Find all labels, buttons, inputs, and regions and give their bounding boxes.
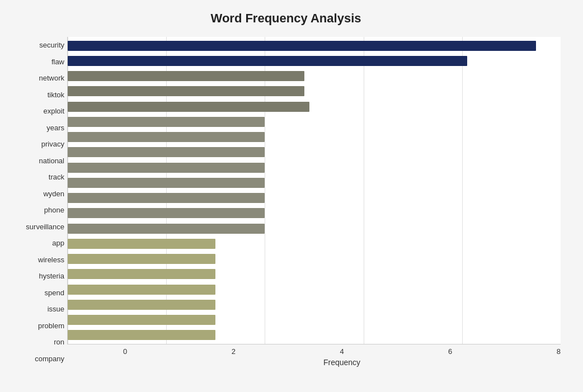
bar	[68, 56, 467, 66]
bar-row	[68, 146, 561, 158]
bar-row	[68, 70, 561, 82]
y-label: privacy	[11, 136, 64, 152]
y-label: surveillance	[11, 219, 64, 234]
bar	[68, 117, 265, 127]
bar-row	[68, 299, 561, 311]
bar-row	[68, 253, 561, 265]
y-label: exploit	[11, 103, 64, 119]
bar-row	[68, 192, 561, 204]
y-label: national	[11, 153, 64, 168]
bar	[68, 315, 215, 325]
x-tick-label: 6	[448, 347, 452, 356]
bar	[68, 254, 215, 264]
y-label: hysteria	[11, 268, 64, 284]
bars-inner	[68, 37, 561, 344]
bar	[68, 178, 265, 188]
bar	[68, 41, 536, 51]
y-label: network	[11, 70, 64, 86]
bar	[68, 208, 265, 218]
bar-row	[68, 85, 561, 97]
bar-row	[68, 284, 561, 296]
bar-row	[68, 223, 561, 235]
chart-container: Word Frequency Analysis securityflawnetw…	[0, 0, 583, 392]
bar-row	[68, 40, 561, 52]
bar-row	[68, 101, 561, 113]
x-tick-label: 0	[123, 347, 127, 356]
bar-row	[68, 207, 561, 219]
y-label: track	[11, 169, 64, 185]
bar	[68, 239, 215, 249]
y-label: problem	[11, 318, 64, 333]
bar	[68, 269, 215, 279]
y-label: security	[11, 37, 64, 53]
y-label: tiktok	[11, 87, 64, 102]
bar-row	[68, 55, 561, 67]
x-tick-label: 4	[340, 347, 344, 356]
y-label: wyden	[11, 186, 64, 201]
bar	[68, 71, 304, 81]
bar	[68, 300, 215, 310]
bar-row	[68, 162, 561, 174]
y-label: ron	[11, 334, 64, 350]
bar	[68, 330, 215, 340]
bar	[68, 147, 265, 157]
bar-row	[68, 177, 561, 189]
bar-row	[68, 314, 561, 326]
y-axis: securityflawnetworktiktokexploityearspri…	[11, 37, 67, 367]
y-label: spend	[11, 285, 64, 300]
y-label: app	[11, 235, 64, 251]
bars-area	[67, 37, 561, 344]
y-label: company	[11, 351, 64, 366]
bar	[68, 102, 309, 112]
bar	[68, 193, 265, 203]
y-label: wireless	[11, 252, 64, 267]
y-label: issue	[11, 301, 64, 317]
y-label: phone	[11, 202, 64, 218]
chart-title: Word Frequency Analysis	[11, 11, 561, 26]
bar-row	[68, 238, 561, 250]
bar-row	[68, 116, 561, 128]
bar	[68, 285, 215, 295]
chart-area: securityflawnetworktiktokexploityearspri…	[11, 37, 561, 367]
bar	[68, 86, 304, 96]
bar-row	[68, 131, 561, 143]
x-tick-label: 8	[557, 347, 561, 356]
bar-row	[68, 329, 561, 341]
y-label: years	[11, 120, 64, 135]
x-axis-area: 02468 Frequency	[123, 344, 561, 367]
bar-row	[68, 268, 561, 280]
bar	[68, 224, 265, 234]
bar	[68, 132, 265, 142]
y-label: flaw	[11, 54, 64, 69]
x-axis-label: Frequency	[123, 358, 561, 367]
x-tick-label: 2	[232, 347, 236, 356]
bar	[68, 163, 265, 173]
